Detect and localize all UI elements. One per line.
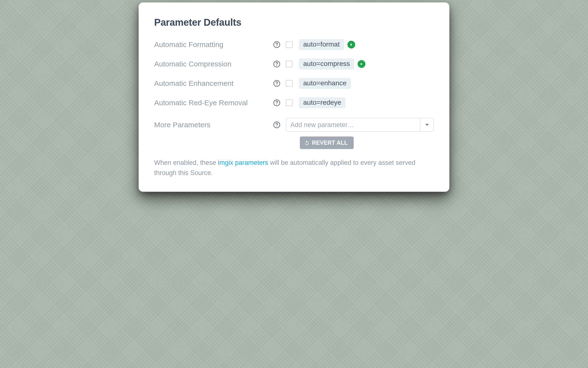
svg-point-7 [277,104,277,105]
help-icon[interactable] [273,80,280,87]
add-parameter-combobox [286,118,434,132]
param-tag: auto=enhance [299,78,351,89]
param-label: Automatic Formatting [154,40,273,49]
help-icon[interactable] [273,41,280,48]
param-row-compress: Automatic Compression auto=compress [154,58,434,70]
bolt-icon [347,41,355,48]
param-row-format: Automatic Formatting auto=format [154,39,434,50]
param-checkbox-compress[interactable] [286,61,293,67]
svg-point-9 [277,126,277,127]
imgix-parameters-link[interactable]: imgix parameters [218,159,268,166]
add-parameter-dropdown-toggle[interactable] [420,118,434,131]
bolt-icon [358,60,365,68]
more-parameters-row: More Parameters [154,118,434,132]
svg-point-5 [277,85,277,85]
param-row-enhance: Automatic Enhancement auto=enhance [154,78,434,89]
revert-all-button[interactable]: REVERT ALL [300,137,354,149]
revert-all-label: REVERT ALL [312,140,348,146]
section-title: Parameter Defaults [154,17,434,28]
param-tag: auto=format [299,39,344,50]
param-label: Automatic Enhancement [154,79,273,88]
help-icon[interactable] [273,60,280,68]
add-parameter-input[interactable] [286,118,420,131]
param-tag: auto=compress [299,58,354,70]
chevron-down-icon [425,124,429,126]
param-label: Automatic Compression [154,60,273,68]
more-parameters-label: More Parameters [154,121,273,129]
svg-point-1 [277,46,277,46]
param-checkbox-redeye[interactable] [286,99,293,106]
param-checkbox-format[interactable] [286,41,293,48]
undo-icon [304,140,309,146]
help-icon[interactable] [273,99,280,106]
revert-row: REVERT ALL [154,137,434,149]
svg-point-3 [277,65,277,66]
param-label: Automatic Red-Eye Removal [154,99,273,107]
description-text: When enabled, these imgix parameters wil… [154,158,434,178]
param-checkbox-enhance[interactable] [286,80,293,87]
param-tag: auto=redeye [299,97,346,108]
param-row-redeye: Automatic Red-Eye Removal auto=redeye [154,97,434,108]
help-icon[interactable] [273,121,280,129]
parameter-defaults-card: Parameter Defaults Automatic Formatting … [139,2,449,192]
